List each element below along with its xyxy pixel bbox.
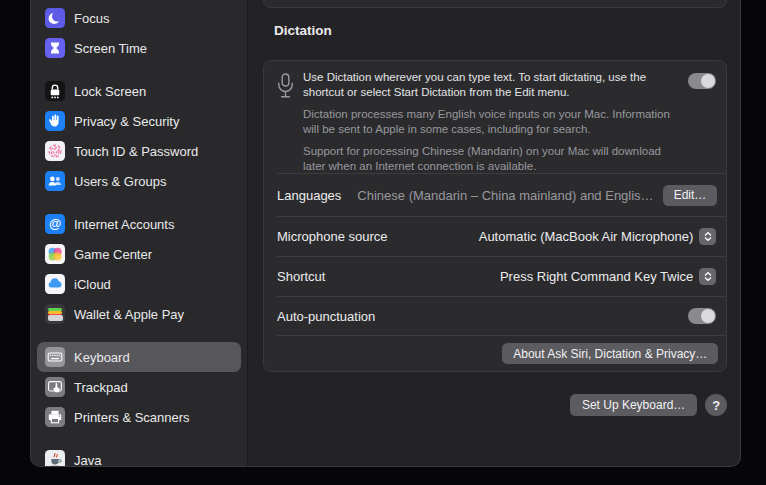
microphone-source-value: Automatic (MacBook Air Microphone) bbox=[479, 229, 694, 244]
sidebar-item-label: iCloud bbox=[74, 277, 111, 292]
microphone-source-label: Microphone source bbox=[277, 229, 388, 244]
trackpad-icon bbox=[45, 377, 65, 397]
dictation-toggle-knob bbox=[701, 74, 715, 88]
svg-text:@: @ bbox=[49, 217, 61, 231]
sidebar-item-keyboard[interactable]: Keyboard bbox=[37, 342, 241, 372]
sidebar-item-label: Java bbox=[74, 453, 101, 468]
java-cup-icon bbox=[45, 450, 65, 467]
microphone-source-popup[interactable]: Automatic (MacBook Air Microphone) bbox=[479, 228, 717, 245]
system-settings-window: Focus Screen Time Lock Screen Privac bbox=[30, 0, 741, 467]
wallet-icon bbox=[45, 304, 65, 324]
microphone-source-row: Microphone source Automatic (MacBook Air… bbox=[264, 217, 726, 256]
set-up-keyboard-button[interactable]: Set Up Keyboard… bbox=[570, 394, 697, 416]
dictation-group-box: Use Dictation wherever you can type text… bbox=[263, 60, 727, 372]
sidebar-item-focus[interactable]: Focus bbox=[37, 3, 241, 33]
sidebar-item-internet-accounts[interactable]: @ Internet Accounts bbox=[37, 209, 241, 239]
sidebar-item-label: Trackpad bbox=[74, 380, 128, 395]
sidebar-item-printers[interactable]: Printers & Scanners bbox=[37, 402, 241, 432]
cloud-icon bbox=[45, 274, 65, 294]
shortcut-value: Press Right Command Key Twice bbox=[500, 269, 693, 284]
printer-icon bbox=[45, 407, 65, 427]
auto-punctuation-row: Auto-punctuation bbox=[264, 297, 726, 335]
sidebar-item-label: Printers & Scanners bbox=[74, 410, 190, 425]
fingerprint-icon bbox=[45, 141, 65, 161]
section-title: Dictation bbox=[274, 23, 727, 38]
lock-icon bbox=[45, 81, 65, 101]
game-bubbles-icon bbox=[45, 244, 65, 264]
edit-languages-button[interactable]: Edit… bbox=[663, 185, 718, 206]
sidebar-group: @ Internet Accounts Game Center iCloud bbox=[37, 209, 241, 329]
dictation-processing-text: Dictation processes many English voice i… bbox=[303, 107, 674, 136]
screen-time-icon bbox=[45, 38, 65, 58]
sidebar-group: Keyboard Trackpad Printers & Scanners bbox=[37, 342, 241, 432]
sidebar-item-label: Keyboard bbox=[74, 350, 130, 365]
languages-value: Chinese (Mandarin – China mainland) and … bbox=[357, 188, 653, 203]
dictation-download-text: Support for processing Chinese (Mandarin… bbox=[303, 144, 674, 173]
sidebar-item-label: Internet Accounts bbox=[74, 217, 174, 232]
focus-icon bbox=[45, 8, 65, 28]
sidebar-item-users-groups[interactable]: Users & Groups bbox=[37, 166, 241, 196]
sidebar-item-label: Screen Time bbox=[74, 41, 147, 56]
at-icon: @ bbox=[45, 214, 65, 234]
dictation-toggle[interactable] bbox=[688, 73, 716, 89]
keyboard-icon bbox=[45, 347, 65, 367]
sidebar-item-game-center[interactable]: Game Center bbox=[37, 239, 241, 269]
shortcut-row: Shortcut Press Right Command Key Twice bbox=[264, 257, 726, 296]
sidebar-item-label: Game Center bbox=[74, 247, 152, 262]
sidebar-item-label: Privacy & Security bbox=[74, 114, 179, 129]
wallet-card bbox=[48, 315, 63, 322]
shortcut-popup[interactable]: Press Right Command Key Twice bbox=[500, 268, 716, 285]
shortcut-label: Shortcut bbox=[277, 269, 325, 284]
microphone-icon bbox=[277, 70, 294, 104]
about-siri-dictation-privacy-button[interactable]: About Ask Siri, Dictation & Privacy… bbox=[502, 343, 718, 364]
sidebar-group: Lock Screen Privacy & Security Touch ID … bbox=[37, 76, 241, 196]
sidebar-group: Focus Screen Time bbox=[37, 3, 241, 63]
chevron-up-down-icon bbox=[699, 228, 716, 245]
settings-content-pane: Dictation Use Dictation wherever you can… bbox=[248, 0, 741, 466]
sidebar-item-label: Touch ID & Password bbox=[74, 144, 198, 159]
sidebar-item-wallet[interactable]: Wallet & Apple Pay bbox=[37, 299, 241, 329]
sidebar-item-lock-screen[interactable]: Lock Screen bbox=[37, 76, 241, 106]
chevron-up-down-icon bbox=[699, 268, 716, 285]
auto-punctuation-toggle[interactable] bbox=[688, 308, 716, 324]
sidebar-item-privacy-security[interactable]: Privacy & Security bbox=[37, 106, 241, 136]
dictation-enable-row: Use Dictation wherever you can type text… bbox=[264, 61, 726, 173]
about-row: About Ask Siri, Dictation & Privacy… bbox=[264, 336, 726, 371]
sidebar-item-label: Focus bbox=[74, 11, 109, 26]
sidebar-item-java[interactable]: Java bbox=[37, 445, 241, 467]
auto-punctuation-toggle-knob bbox=[701, 309, 715, 323]
dictation-usage-text: Use Dictation wherever you can type text… bbox=[303, 70, 674, 99]
sidebar-item-touch-id[interactable]: Touch ID & Password bbox=[37, 136, 241, 166]
help-button[interactable]: ? bbox=[705, 394, 727, 416]
sidebar-item-label: Lock Screen bbox=[74, 84, 146, 99]
sidebar-item-label: Wallet & Apple Pay bbox=[74, 307, 184, 322]
auto-punctuation-label: Auto-punctuation bbox=[277, 309, 375, 324]
languages-label: Languages bbox=[277, 188, 341, 203]
sidebar-item-icloud[interactable]: iCloud bbox=[37, 269, 241, 299]
footer-actions: Set Up Keyboard… ? bbox=[263, 394, 727, 416]
sidebar-item-label: Users & Groups bbox=[74, 174, 166, 189]
hand-icon bbox=[45, 111, 65, 131]
sidebar-item-trackpad[interactable]: Trackpad bbox=[37, 372, 241, 402]
sidebar-item-screen-time[interactable]: Screen Time bbox=[37, 33, 241, 63]
users-icon bbox=[45, 171, 65, 191]
previous-settings-group-box bbox=[263, 0, 727, 8]
sidebar-group: Java bbox=[37, 445, 241, 467]
dictation-description: Use Dictation wherever you can type text… bbox=[303, 70, 674, 181]
sidebar: Focus Screen Time Lock Screen Privac bbox=[31, 0, 248, 466]
